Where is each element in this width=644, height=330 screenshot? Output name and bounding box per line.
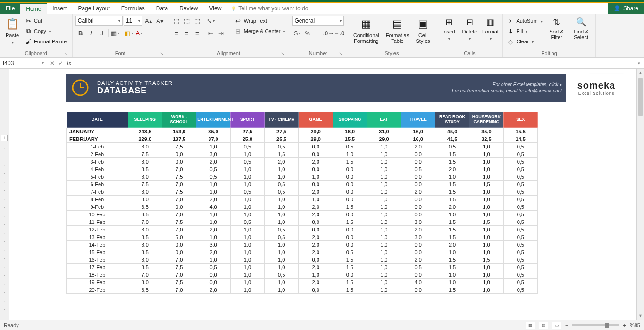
data-cell[interactable]: 0,0 <box>299 150 333 158</box>
data-cell[interactable]: 0,5 <box>265 226 299 233</box>
data-cell[interactable]: 4,0 <box>401 279 435 286</box>
data-cell[interactable]: 1,0 <box>367 150 401 158</box>
data-cell[interactable]: 0,5 <box>503 264 537 271</box>
data-cell[interactable]: 0,0 <box>401 211 435 218</box>
data-cell[interactable]: 1,5 <box>435 158 469 165</box>
data-row[interactable]: 11-Feb7,07,51,00,51,00,01,51,03,01,51,50… <box>67 218 538 226</box>
increase-decimal-icon[interactable]: .0→ <box>323 28 334 38</box>
data-cell[interactable]: 1,0 <box>469 196 503 203</box>
data-row[interactable]: 8-Feb8,07,02,01,01,01,00,01,00,01,51,00,… <box>67 196 538 203</box>
data-cell[interactable]: 1,0 <box>367 211 401 218</box>
data-cell[interactable]: 0,0 <box>196 279 230 286</box>
data-cell[interactable]: 1,0 <box>230 196 264 203</box>
data-row[interactable]: 20-Feb8,57,02,01,01,00,01,51,00,01,51,00… <box>67 286 538 294</box>
data-cell[interactable]: 1,0 <box>299 271 333 279</box>
data-cell[interactable]: 1,0 <box>265 173 299 181</box>
data-cell[interactable]: 5,0 <box>162 233 196 241</box>
italic-button[interactable]: I <box>86 28 96 38</box>
data-cell[interactable]: 1,5 <box>435 218 469 226</box>
data-cell[interactable]: 0,0 <box>401 196 435 203</box>
data-cell[interactable]: 1,5 <box>333 279 367 286</box>
data-cell[interactable]: 7,0 <box>162 211 196 218</box>
data-cell[interactable]: 7,0 <box>162 271 196 279</box>
data-cell[interactable]: 0,5 <box>435 143 469 150</box>
data-cell[interactable]: 1,5 <box>435 196 469 203</box>
autosum-button[interactable]: ΣAutoSum <box>506 16 543 26</box>
data-cell[interactable]: 8,5 <box>128 165 162 173</box>
data-cell[interactable]: 7,5 <box>128 181 162 188</box>
data-cell[interactable]: 1,0 <box>367 286 401 294</box>
data-cell[interactable]: 1,5 <box>333 256 367 264</box>
data-cell[interactable]: 1,0 <box>469 279 503 286</box>
format-as-table-button[interactable]: ▤Format as Table <box>384 16 410 50</box>
row-label-cell[interactable]: 13-Feb <box>67 233 128 241</box>
align-middle-icon[interactable]: ⬚ <box>182 16 192 26</box>
data-cell[interactable]: 8,5 <box>128 248 162 256</box>
data-cell[interactable]: 1,0 <box>367 158 401 165</box>
data-cell[interactable]: 0,5 <box>265 233 299 241</box>
data-cell[interactable]: 1,0 <box>367 143 401 150</box>
cell-styles-button[interactable]: ▣Cell Styles <box>412 16 433 50</box>
data-cell[interactable]: 1,0 <box>230 165 264 173</box>
row-label-cell[interactable]: 19-Feb <box>67 279 128 286</box>
data-cell[interactable]: 1,0 <box>333 150 367 158</box>
data-cell[interactable]: 7,0 <box>162 226 196 233</box>
data-row[interactable]: 2-Feb7,50,03,01,01,50,01,01,00,01,51,00,… <box>67 150 538 158</box>
data-cell[interactable]: 0,5 <box>503 143 537 150</box>
comma-format-icon[interactable]: , <box>313 28 323 38</box>
data-cell[interactable]: 1,0 <box>265 264 299 271</box>
data-cell[interactable]: 0,5 <box>503 211 537 218</box>
data-cell[interactable]: 8,0 <box>128 256 162 264</box>
font-launcher-icon[interactable]: ↘ <box>159 51 164 56</box>
data-cell[interactable]: 0,5 <box>503 188 537 196</box>
data-cell[interactable]: 0,5 <box>503 173 537 181</box>
data-cell[interactable]: 1,0 <box>367 218 401 226</box>
data-row[interactable]: 12-Feb8,07,02,01,00,50,00,01,02,01,51,00… <box>67 226 538 233</box>
tab-home[interactable]: Home <box>20 3 47 14</box>
bold-button[interactable]: B <box>75 28 86 38</box>
data-cell[interactable]: 1,0 <box>367 181 401 188</box>
data-cell[interactable]: 0,5 <box>401 264 435 271</box>
data-cell[interactable]: 1,0 <box>230 256 264 264</box>
accounting-format-icon[interactable]: $ <box>292 28 302 38</box>
data-row[interactable]: 3-Feb8,00,02,00,52,02,01,51,00,01,51,00,… <box>67 158 538 165</box>
orientation-icon[interactable]: ⤡ <box>206 16 216 26</box>
column-header[interactable]: TRAVEL <box>401 112 435 128</box>
data-cell[interactable]: 1,0 <box>196 233 230 241</box>
data-row[interactable]: 10-Feb6,57,01,01,01,02,00,01,00,01,01,00… <box>67 211 538 218</box>
data-cell[interactable]: 1,0 <box>230 286 264 294</box>
data-cell[interactable]: 2,0 <box>299 264 333 271</box>
data-cell[interactable]: 8,0 <box>128 173 162 181</box>
row-label-cell[interactable]: 20-Feb <box>67 286 128 294</box>
format-painter-button[interactable]: 🖌Format Painter <box>24 36 69 47</box>
data-row[interactable]: 14-Feb8,00,03,01,01,02,00,01,00,02,01,00… <box>67 241 538 248</box>
data-cell[interactable]: 7,5 <box>162 188 196 196</box>
data-cell[interactable]: 1,0 <box>435 279 469 286</box>
data-cell[interactable]: 1,0 <box>230 279 264 286</box>
activity-table[interactable]: DATESLEEPINGWORK - SCHOOLENTERTAINMENTSP… <box>66 111 538 294</box>
data-cell[interactable]: 2,0 <box>196 158 230 165</box>
name-box[interactable]: I403▾ <box>0 58 47 68</box>
data-cell[interactable]: 1,0 <box>265 203 299 211</box>
row-label-cell[interactable]: FEBRUARY <box>67 135 128 143</box>
data-cell[interactable]: 0,5 <box>230 158 264 165</box>
data-cell[interactable]: 0,0 <box>401 158 435 165</box>
data-cell[interactable]: 0,5 <box>503 165 537 173</box>
data-cell[interactable]: 1,0 <box>469 188 503 196</box>
page-break-view-button[interactable]: ▭ <box>552 322 561 329</box>
data-cell[interactable]: 0,0 <box>162 150 196 158</box>
data-cell[interactable]: 2,0 <box>196 248 230 256</box>
data-cell[interactable]: 0,0 <box>401 248 435 256</box>
data-cell[interactable]: 1,5 <box>435 226 469 233</box>
data-cell[interactable]: 1,5 <box>333 218 367 226</box>
data-cell[interactable]: 6,5 <box>128 211 162 218</box>
tab-page-layout[interactable]: Page Layout <box>72 3 115 14</box>
data-cell[interactable]: 0,5 <box>503 286 537 294</box>
data-cell[interactable]: 0,5 <box>196 173 230 181</box>
align-top-icon[interactable]: ⬚ <box>171 16 182 26</box>
percent-format-icon[interactable]: % <box>302 28 313 38</box>
data-cell[interactable]: 1,0 <box>435 271 469 279</box>
data-cell[interactable]: 1,5 <box>333 203 367 211</box>
data-cell[interactable]: 16,0 <box>401 135 435 143</box>
delete-cells-button[interactable]: ⊟Delete <box>460 16 479 50</box>
